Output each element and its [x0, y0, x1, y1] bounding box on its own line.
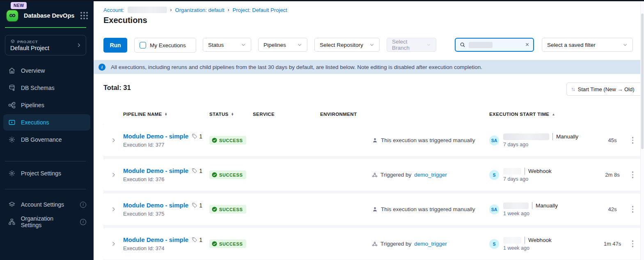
breadcrumb-project[interactable]: Project: Default Project: [233, 7, 287, 13]
relative-time: 1 week ago: [503, 245, 552, 251]
new-badge: NEW: [11, 2, 27, 9]
sort-arrows-icon: ↑↓: [571, 86, 575, 92]
tag-count: 1: [199, 237, 202, 243]
search-input[interactable]: ×: [455, 38, 534, 52]
database-devops-logo-icon: ∞: [5, 9, 20, 23]
execution-row: Module Demo - simple 1 Execution Id: 375…: [103, 193, 641, 225]
avatar: S: [489, 239, 499, 249]
row-menu-button[interactable]: [632, 171, 634, 178]
info-icon[interactable]: i: [80, 202, 86, 208]
sort-ascending-icon: ▲: [552, 113, 555, 116]
sidebar-item-db-schemas[interactable]: DB Schemas: [3, 80, 90, 96]
breadcrumb-account[interactable]: Account:: [103, 7, 124, 13]
row-menu-button[interactable]: [632, 240, 634, 247]
trigger-cell: Triggered by demo_trigger: [372, 241, 489, 247]
tag-count: 1: [199, 133, 202, 140]
sidebar-item-executions[interactable]: Executions: [3, 114, 90, 131]
brand-row: ∞ Database DevOps: [5, 9, 89, 23]
status-filter-label: Status: [208, 42, 224, 48]
clear-search-icon[interactable]: ×: [525, 41, 529, 48]
project-card-label: PROJECT: [17, 39, 38, 44]
trigger-cell: This execution was triggered manually: [372, 137, 489, 143]
chevron-down-icon: [623, 42, 628, 47]
sidebar-item-account-settings[interactable]: Account Settings i: [3, 196, 90, 213]
status-badge: SUCCESS: [209, 170, 246, 179]
expand-row-button[interactable]: [103, 137, 123, 143]
execution-id: Execution Id: 376: [123, 176, 209, 182]
executions-play-icon: [8, 119, 16, 126]
toolbar: Run My Executions Status Pipelines Selec…: [94, 38, 644, 53]
status-cell: SUCCESS: [209, 170, 253, 179]
pipelines-filter-dropdown[interactable]: Pipelines: [258, 38, 307, 52]
breadcrumb-separator-icon: ›: [228, 7, 229, 13]
trigger-mode: Manually: [536, 202, 558, 209]
pipeline-name-link[interactable]: Module Demo - simple: [123, 133, 188, 140]
redacted-user-name: [503, 202, 529, 209]
trigger-mode: Manually: [556, 133, 578, 140]
sort-order-button[interactable]: ↑↓ Start Time (New → Old): [566, 83, 641, 96]
check-circle-icon: [212, 172, 217, 177]
sidebar-item-pipelines[interactable]: Pipelines: [3, 97, 90, 113]
trigger-link[interactable]: demo_trigger: [414, 172, 447, 178]
tag-icon: [192, 168, 198, 174]
sidebar-item-label: Project Settings: [21, 170, 61, 177]
info-banner: i All executions, including reruns and c…: [94, 60, 640, 74]
column-header-status[interactable]: STATUS ▲▼: [209, 112, 253, 117]
app-title: Database DevOps: [24, 12, 80, 19]
trigger-mode: Webhook: [528, 237, 552, 243]
repository-filter-dropdown[interactable]: Select Repository: [314, 38, 380, 52]
sidebar-item-db-governance[interactable]: DB Governance: [3, 131, 90, 148]
expand-row-button[interactable]: [103, 241, 123, 247]
my-executions-toggle[interactable]: My Executions: [134, 38, 196, 53]
expand-row-button[interactable]: [103, 172, 123, 178]
redacted-user-name: [503, 168, 521, 175]
expand-row-button[interactable]: [103, 206, 123, 212]
pipeline-name-link[interactable]: Module Demo - simple: [123, 167, 188, 174]
my-executions-checkbox[interactable]: [140, 42, 146, 48]
database-icon: [8, 84, 16, 92]
trigger-text: Triggered by: [380, 241, 411, 247]
saved-filter-label: Select a saved filter: [547, 42, 596, 48]
trigger-text: Triggered by: [380, 172, 411, 178]
user-icon: [372, 206, 378, 212]
column-header-service: SERVICE: [253, 112, 320, 117]
status-cell: SUCCESS: [209, 136, 253, 145]
sidebar-item-label: Overview: [21, 67, 45, 74]
chevron-down-icon: [369, 42, 374, 47]
branch-filter-dropdown-disabled: Select Branch: [387, 38, 436, 52]
breadcrumb-organization[interactable]: Organization: default: [175, 7, 225, 13]
row-menu-button[interactable]: [632, 206, 634, 213]
sidebar-item-project-settings[interactable]: Project Settings: [3, 165, 90, 182]
sidebar-item-label: DB Schemas: [21, 85, 55, 91]
divider: [552, 133, 553, 140]
layers-icon: [8, 201, 16, 208]
sidebar-item-organization-settings[interactable]: Organization Settings i: [3, 214, 90, 230]
chevron-right-icon: [76, 42, 82, 48]
redacted-search-query: [469, 42, 493, 48]
scrollbar-thumb[interactable]: [641, 14, 644, 149]
status-filter-dropdown[interactable]: Status: [203, 38, 251, 52]
avatar: SA: [489, 205, 499, 214]
relative-time: 1 week ago: [503, 211, 558, 216]
execution-id: Execution Id: 375: [123, 211, 209, 217]
trigger-link[interactable]: demo_trigger: [414, 241, 447, 247]
project-selector[interactable]: PROJECT Default Project: [5, 35, 86, 55]
run-button[interactable]: Run: [103, 38, 127, 53]
divider: [525, 237, 525, 244]
execution-row: Module Demo - simple 1 Execution Id: 377…: [103, 124, 641, 156]
pipeline-name-link[interactable]: Module Demo - simple: [123, 236, 188, 243]
column-header-pipeline-name[interactable]: PIPELINE NAME ▲▼: [123, 112, 209, 117]
sidebar-item-label: Pipelines: [21, 102, 44, 108]
saved-filter-dropdown[interactable]: Select a saved filter: [542, 38, 633, 52]
pipeline-name-link[interactable]: Module Demo - simple: [123, 202, 188, 209]
info-icon[interactable]: i: [80, 219, 86, 225]
chevron-down-icon: [426, 42, 431, 47]
sidebar-divider: [5, 161, 86, 161]
module-grid-icon[interactable]: [80, 11, 89, 20]
sidebar-item-overview[interactable]: Overview: [3, 62, 90, 79]
column-header-execution-start-time[interactable]: EXECUTION START TIME ▲: [489, 112, 600, 117]
row-menu-button[interactable]: [632, 137, 634, 144]
tag-icon: [192, 133, 198, 139]
vertical-scrollbar[interactable]: [640, 1, 644, 260]
execution-rows: Module Demo - simple 1 Execution Id: 377…: [103, 124, 641, 260]
